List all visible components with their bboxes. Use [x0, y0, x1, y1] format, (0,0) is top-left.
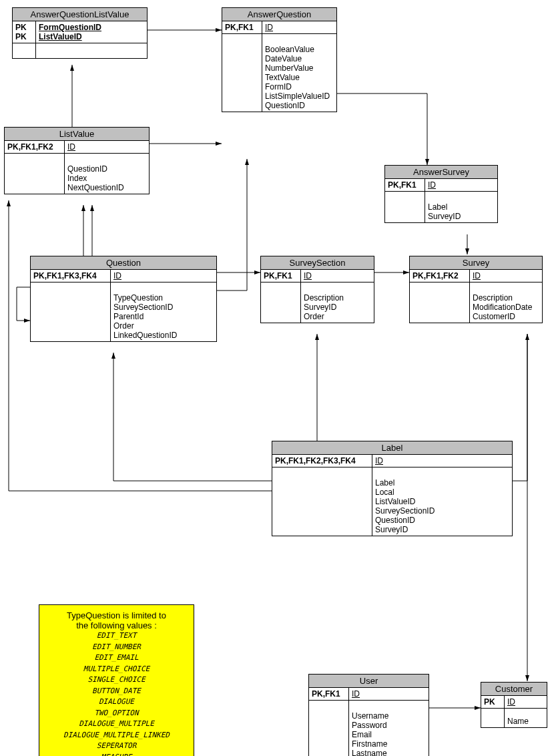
entity-question: Question PK,FK1,FK3,FK4 ID TypeQuestion … [30, 256, 217, 342]
entity-survey: Survey PK,FK1,FK2 ID Description Modific… [409, 256, 543, 323]
entity-customer: Customer PK ID Name [481, 682, 547, 728]
note-typequestion: TypeQuestion is limited to the following… [39, 604, 194, 756]
entity-title: SurveySection [261, 256, 374, 270]
entity-title: ListValue [5, 128, 149, 141]
entity-surveysection: SurveySection PK,FK1 ID Description Surv… [260, 256, 374, 323]
entity-title: AnswerQuestion [222, 8, 336, 21]
entity-title: Survey [410, 256, 542, 270]
entity-user: User PK,FK1 ID Username Password Email F… [308, 674, 429, 756]
entity-answerquestion: AnswerQuestion PK,FK1 ID BooleanValue Da… [222, 7, 337, 112]
entity-title: Label [272, 441, 512, 455]
entity-title: AnswerQuestionListValue [13, 8, 147, 21]
entity-title: AnswerSurvey [385, 166, 497, 179]
entity-title: Customer [481, 683, 547, 696]
entity-title: Question [31, 256, 216, 270]
entity-answerquestionlistvalue: AnswerQuestionListValue PK PK FormQuesti… [12, 7, 148, 59]
entity-answersurvey: AnswerSurvey PK,FK1 ID Label SurveyID [384, 165, 498, 223]
entity-label: Label PK,FK1,FK2,FK3,FK4 ID Label Local … [272, 441, 513, 536]
entity-title: User [309, 675, 429, 688]
entity-listvalue: ListValue PK,FK1,FK2 ID QuestionID Index… [4, 127, 150, 194]
